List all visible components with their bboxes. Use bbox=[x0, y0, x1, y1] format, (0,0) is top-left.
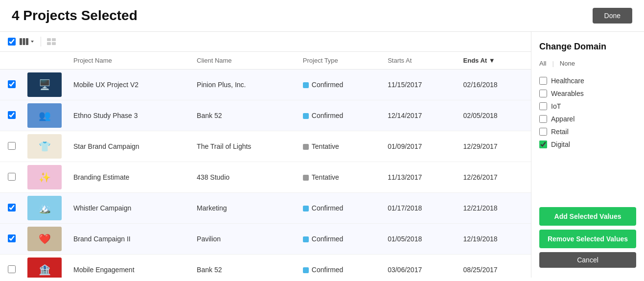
svg-rect-6 bbox=[52, 42, 56, 45]
status-dot bbox=[303, 267, 309, 273]
domain-label: Wearables bbox=[551, 90, 584, 97]
domain-checkbox[interactable] bbox=[539, 77, 547, 85]
add-selected-values-button[interactable]: Add Selected Values bbox=[539, 207, 636, 226]
table-row: 🖥️ Mobile UX Project V2 Pinion Plus, Inc… bbox=[0, 70, 531, 100]
row-client-name: Bank 52 bbox=[189, 100, 295, 131]
domain-item[interactable]: Retail bbox=[539, 128, 636, 136]
row-client-name: Pinion Plus, Inc. bbox=[189, 70, 295, 100]
status-dot bbox=[303, 175, 309, 181]
row-project-type: Confirmed bbox=[295, 100, 380, 131]
row-ends-at: 12/26/2017 bbox=[456, 162, 531, 193]
row-ends-at: 12/21/2018 bbox=[456, 193, 531, 224]
domain-item[interactable]: Digital bbox=[539, 140, 636, 148]
table-row: 👥 Ethno Study Phase 3 Bank 52 Confirmed … bbox=[0, 100, 531, 131]
remove-selected-values-button[interactable]: Remove Selected Values bbox=[539, 230, 636, 248]
cancel-button[interactable]: Cancel bbox=[539, 252, 636, 268]
projects-table: Project Name Client Name Project Type St… bbox=[0, 52, 531, 278]
domain-item[interactable]: Apparel bbox=[539, 115, 636, 123]
row-checkbox[interactable] bbox=[8, 204, 16, 211]
status-dot bbox=[303, 144, 309, 150]
domain-label: Apparel bbox=[551, 115, 575, 123]
row-project-name: Mobile Engagement bbox=[66, 255, 189, 278]
col-project-name[interactable]: Project Name bbox=[66, 52, 189, 70]
col-project-type[interactable]: Project Type bbox=[295, 52, 380, 70]
row-thumbnail-cell: ❤️ bbox=[23, 224, 66, 255]
all-none-row: All | None bbox=[539, 60, 636, 67]
row-starts-at: 12/14/2017 bbox=[380, 100, 455, 131]
row-ends-at: 12/29/2017 bbox=[456, 131, 531, 162]
row-checkbox-cell bbox=[0, 255, 23, 278]
col-checkbox bbox=[0, 52, 23, 70]
none-link[interactable]: None bbox=[560, 60, 575, 67]
row-client-name: 438 Studio bbox=[189, 162, 295, 193]
row-client-name: Marketing bbox=[189, 193, 295, 224]
row-thumbnail-cell: ✨ bbox=[23, 162, 66, 193]
table-row: ❤️ Brand Campaign II Pavilion Confirmed … bbox=[0, 224, 531, 255]
col-ends-at[interactable]: Ends At ▼ bbox=[456, 52, 531, 70]
row-checkbox-cell bbox=[0, 224, 23, 255]
row-project-type: Tentative bbox=[295, 162, 380, 193]
domain-checkbox[interactable] bbox=[539, 102, 547, 110]
col-thumbnail bbox=[23, 52, 66, 70]
row-thumbnail-cell: 🏦 bbox=[23, 255, 66, 278]
domain-item[interactable]: IoT bbox=[539, 102, 636, 110]
status-dot bbox=[303, 236, 309, 242]
domain-checkbox[interactable] bbox=[539, 140, 547, 148]
row-project-name: Whistler Campaign bbox=[66, 193, 189, 224]
done-button[interactable]: Done bbox=[593, 8, 632, 23]
col-starts-at[interactable]: Starts At bbox=[380, 52, 455, 70]
domain-label: Retail bbox=[551, 128, 569, 136]
row-checkbox[interactable] bbox=[8, 80, 16, 88]
table-toolbar bbox=[0, 32, 531, 52]
row-project-type: Confirmed bbox=[295, 193, 380, 224]
row-checkbox-cell bbox=[0, 162, 23, 193]
domain-label: Healthcare bbox=[551, 77, 584, 85]
row-checkbox[interactable] bbox=[8, 173, 16, 181]
row-checkbox[interactable] bbox=[8, 142, 16, 150]
sidebar: Change Domain All | None Healthcare Wear… bbox=[531, 32, 644, 278]
page-header: 4 Projects Selected Done bbox=[0, 0, 644, 32]
row-project-type: Confirmed bbox=[295, 70, 380, 100]
row-checkbox[interactable] bbox=[8, 265, 16, 273]
row-thumbnail-cell: 🖥️ bbox=[23, 70, 66, 100]
domain-item[interactable]: Healthcare bbox=[539, 77, 636, 85]
domain-item[interactable]: Wearables bbox=[539, 90, 636, 97]
row-starts-at: 11/15/2017 bbox=[380, 70, 455, 100]
row-starts-at: 01/17/2018 bbox=[380, 193, 455, 224]
row-ends-at: 02/16/2018 bbox=[456, 70, 531, 100]
domain-checkbox[interactable] bbox=[539, 115, 547, 123]
columns-icon[interactable] bbox=[20, 38, 35, 45]
col-client-name[interactable]: Client Name bbox=[189, 52, 295, 70]
row-starts-at: 01/05/2018 bbox=[380, 224, 455, 255]
status-dot bbox=[303, 206, 309, 211]
domain-checkbox[interactable] bbox=[539, 128, 547, 136]
row-project-type: Confirmed bbox=[295, 224, 380, 255]
main-layout: Project Name Client Name Project Type St… bbox=[0, 32, 644, 278]
page-title: 4 Projects Selected bbox=[12, 8, 138, 23]
row-checkbox[interactable] bbox=[8, 234, 16, 242]
row-starts-at: 11/13/2017 bbox=[380, 162, 455, 193]
row-project-name: Mobile UX Project V2 bbox=[66, 70, 189, 100]
domain-checkbox[interactable] bbox=[539, 90, 547, 97]
row-ends-at: 08/25/2017 bbox=[456, 255, 531, 278]
row-ends-at: 12/19/2018 bbox=[456, 224, 531, 255]
toolbar-separator bbox=[41, 37, 41, 47]
thumbnail-toggle-icon[interactable] bbox=[47, 38, 56, 45]
row-checkbox[interactable] bbox=[8, 111, 16, 119]
row-checkbox-cell bbox=[0, 100, 23, 131]
select-all-checkbox[interactable] bbox=[8, 38, 16, 46]
table-row: 🏔️ Whistler Campaign Marketing Confirmed… bbox=[0, 193, 531, 224]
row-thumbnail-cell: 👥 bbox=[23, 100, 66, 131]
row-project-name: Star Brand Campaign bbox=[66, 131, 189, 162]
svg-rect-1 bbox=[23, 38, 25, 45]
row-project-name: Brand Campaign II bbox=[66, 224, 189, 255]
all-link[interactable]: All bbox=[539, 60, 546, 67]
row-thumbnail-cell: 🏔️ bbox=[23, 193, 66, 224]
svg-rect-5 bbox=[47, 42, 51, 45]
table-row: ✨ Branding Estimate 438 Studio Tentative… bbox=[0, 162, 531, 193]
domain-label: IoT bbox=[551, 102, 561, 110]
row-client-name: Pavilion bbox=[189, 224, 295, 255]
domain-list: Healthcare Wearables IoT Apparel Retail … bbox=[539, 77, 636, 197]
row-project-name: Ethno Study Phase 3 bbox=[66, 100, 189, 131]
row-thumbnail-cell: 👕 bbox=[23, 131, 66, 162]
